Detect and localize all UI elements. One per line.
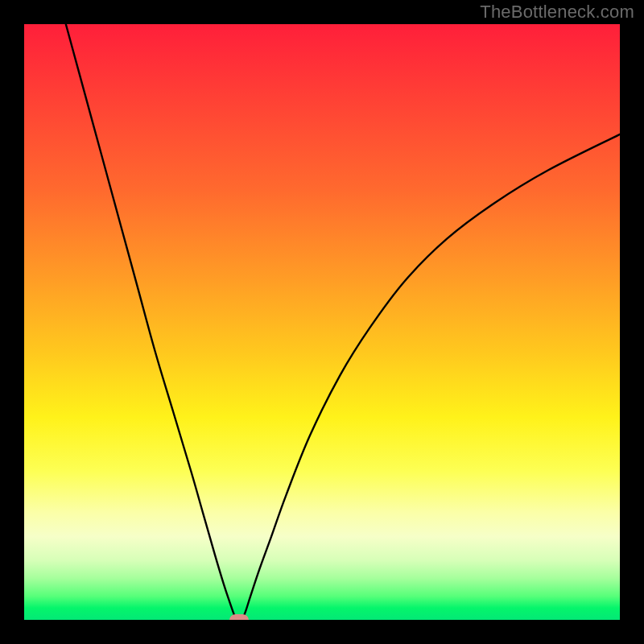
curve-left-branch: [66, 24, 237, 620]
chart-frame: TheBottleneck.com: [0, 0, 644, 644]
plot-area: [24, 24, 620, 620]
optimum-marker: [229, 614, 249, 620]
bottleneck-curve: [24, 24, 620, 620]
watermark-label: TheBottleneck.com: [480, 2, 634, 23]
curve-right-branch: [242, 134, 620, 620]
